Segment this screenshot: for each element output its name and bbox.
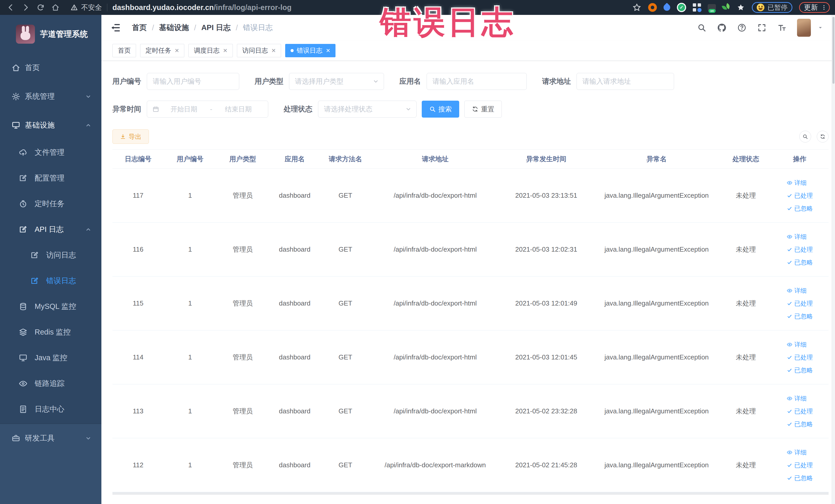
sidebar-item-mysql-monitor[interactable]: MySQL 监控: [0, 294, 101, 319]
user-type-select[interactable]: 请选择用户类型: [289, 73, 384, 90]
tag-schedule-log[interactable]: 调度日志 ×: [188, 44, 232, 57]
detail-link[interactable]: 详细: [787, 446, 807, 459]
sidebar-item-log-center[interactable]: 日志中心: [0, 397, 101, 422]
sidebar-item-infrastructure[interactable]: 基础设施: [0, 111, 101, 140]
search-button[interactable]: 搜索: [422, 101, 459, 118]
error-log-table: 日志编号 用户编号 用户类型 应用名 请求方法名 请求地址 异常发生时间 异常名…: [113, 149, 829, 495]
sidebar-item-java-monitor[interactable]: Java 监控: [0, 345, 101, 371]
mark-ignored-link[interactable]: 已忽略: [787, 256, 813, 269]
grid-extension-icon[interactable]: [693, 3, 701, 12]
user-id-input[interactable]: [147, 73, 239, 90]
sidebar-item-access-log[interactable]: 访问日志: [0, 242, 101, 268]
detail-link[interactable]: 详细: [787, 284, 807, 297]
breadcrumb-api-logs[interactable]: API 日志: [201, 23, 230, 33]
help-icon[interactable]: [737, 23, 747, 33]
cell-app-name: dashboard: [269, 299, 320, 307]
mark-processed-link[interactable]: 已处理: [787, 405, 813, 418]
mark-ignored-link[interactable]: 已忽略: [787, 472, 813, 484]
close-icon[interactable]: ×: [223, 47, 227, 54]
sidebar-item-home[interactable]: 首页: [0, 54, 101, 82]
vertical-scrollbar[interactable]: [832, 15, 835, 504]
request-url-input[interactable]: [576, 73, 674, 90]
cell-exception-name: java.lang.IllegalArgumentException: [592, 245, 721, 254]
mark-ignored-link[interactable]: 已忽略: [787, 364, 813, 377]
mark-processed-link[interactable]: 已处理: [787, 243, 813, 256]
update-button[interactable]: 更新: [799, 2, 830, 13]
sidebar-item-label: 日志中心: [35, 404, 64, 415]
blue-drop-extension-icon[interactable]: [662, 3, 672, 12]
sidebar-item-label: 基础设施: [25, 120, 55, 130]
github-icon[interactable]: [717, 23, 727, 33]
cell-user-id: 1: [164, 299, 217, 307]
tag-error-log[interactable]: 错误日志 ×: [285, 44, 335, 57]
exception-time-range-picker[interactable]: 开始日期 - 结束日期: [147, 101, 268, 118]
detail-link[interactable]: 详细: [787, 176, 807, 189]
cell-actions: 详细 已处理 已忽略: [771, 284, 829, 323]
avatar-caret-down-icon[interactable]: [817, 25, 823, 31]
detail-link[interactable]: 详细: [787, 392, 807, 405]
browser-home-icon[interactable]: [50, 2, 61, 13]
breadcrumb-infrastructure[interactable]: 基础设施: [159, 23, 189, 33]
sidebar-item-scheduled-tasks[interactable]: 定时任务: [0, 191, 101, 217]
detail-link[interactable]: 详细: [787, 338, 807, 351]
close-icon[interactable]: ×: [326, 47, 330, 54]
address-bar[interactable]: 不安全 dashboard.yudao.iocoder.cn/infra/log…: [70, 3, 627, 12]
white-star-extension-icon[interactable]: [736, 3, 745, 12]
export-button[interactable]: 导出: [113, 129, 149, 144]
scrollbar-thumb[interactable]: [832, 17, 834, 84]
mark-ignored-link[interactable]: 已忽略: [787, 202, 813, 215]
calendar-icon: [152, 105, 159, 113]
sidebar-item-trace[interactable]: 链路追踪: [0, 371, 101, 397]
mark-processed-link[interactable]: 已处理: [787, 297, 813, 310]
sidebar-item-redis-monitor[interactable]: Redis 监控: [0, 319, 101, 345]
breadcrumb-home[interactable]: 首页: [132, 23, 147, 33]
detail-link[interactable]: 详细: [787, 230, 807, 243]
green-circle-extension-icon[interactable]: ✓: [677, 3, 686, 12]
sidebar-item-api-logs[interactable]: API 日志: [0, 217, 101, 242]
paused-badge[interactable]: 已暂停: [752, 2, 792, 13]
sidebar-item-error-log[interactable]: 错误日志: [0, 268, 101, 294]
sidebar-fold-icon[interactable]: [110, 22, 121, 33]
mark-ignored-link[interactable]: 已忽略: [787, 418, 813, 430]
browser-reload-icon[interactable]: [35, 2, 46, 13]
mark-processed-link[interactable]: 已处理: [787, 351, 813, 364]
sidebar-item-config-management[interactable]: 配置管理: [0, 165, 101, 191]
browser-menu-dots-icon[interactable]: [821, 4, 827, 11]
breadcrumb-error-log: 错误日志: [243, 23, 273, 33]
reset-button[interactable]: 重置: [464, 101, 502, 118]
refresh-table-button[interactable]: [817, 131, 829, 142]
mark-processed-link[interactable]: 已处理: [787, 459, 813, 472]
screen: 不安全 dashboard.yudao.iocoder.cn/infra/log…: [0, 0, 835, 504]
breadcrumb-separator: /: [152, 24, 154, 32]
app-name-input[interactable]: [427, 73, 527, 90]
sprout-extension-icon[interactable]: [722, 4, 730, 11]
close-icon[interactable]: ×: [271, 47, 276, 54]
user-avatar[interactable]: [797, 19, 811, 37]
sidebar-item-file-management[interactable]: 文件管理: [0, 140, 101, 165]
on-badge-extension-icon[interactable]: on: [708, 4, 716, 11]
process-status-select[interactable]: 请选择处理状态: [318, 101, 416, 118]
tag-scheduled-tasks[interactable]: 定时任务 ×: [140, 44, 184, 57]
tag-access-log[interactable]: 访问日志 ×: [237, 44, 281, 57]
sidebar-item-system-management[interactable]: 系统管理: [0, 82, 101, 111]
bookmark-star-icon[interactable]: [632, 3, 641, 12]
action-label: 详细: [794, 286, 807, 295]
filter-label: 用户编号: [113, 77, 141, 86]
sidebar-item-dev-tools[interactable]: 研发工具: [0, 424, 101, 452]
header-search-icon[interactable]: [697, 23, 707, 33]
orange-ring-extension-icon[interactable]: [648, 3, 657, 12]
mark-processed-link[interactable]: 已处理: [787, 189, 813, 202]
cell-exception-name: java.lang.IllegalArgumentException: [592, 299, 721, 307]
mark-ignored-link[interactable]: 已忽略: [787, 310, 813, 323]
app-logo-row[interactable]: 芋道管理系统: [0, 15, 101, 54]
close-icon[interactable]: ×: [175, 47, 179, 54]
column-header: 请求地址: [370, 155, 500, 164]
browser-forward-icon[interactable]: [20, 2, 31, 13]
sidebar: 芋道管理系统 首页 系统管理 基础设施: [0, 15, 101, 504]
stack-icon: [19, 328, 27, 337]
font-size-icon[interactable]: [777, 23, 787, 33]
browser-back-icon[interactable]: [5, 2, 16, 13]
fullscreen-icon[interactable]: [757, 23, 767, 33]
tag-home[interactable]: 首页: [113, 44, 136, 57]
hide-search-toggle-button[interactable]: [799, 131, 811, 142]
